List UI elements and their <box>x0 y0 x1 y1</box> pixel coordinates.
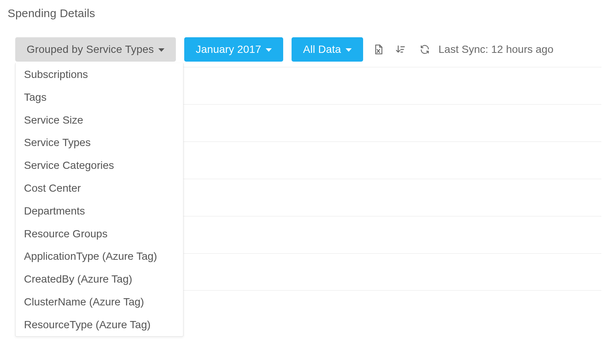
group-by-option[interactable]: CreatedBy (Azure Tag) <box>16 268 183 291</box>
group-by-dropdown: SubscriptionsTagsService SizeService Typ… <box>15 63 183 337</box>
group-by-option[interactable]: Service Types <box>16 131 183 154</box>
group-by-option[interactable]: Cost Center <box>16 177 183 200</box>
group-by-button[interactable]: Grouped by Service Types <box>15 37 176 62</box>
page-title: Spending Details <box>8 7 601 20</box>
scope-label: All Data <box>303 43 341 56</box>
caret-down-icon <box>266 48 272 52</box>
caret-down-icon <box>158 48 164 52</box>
group-by-option[interactable]: ClusterName (Azure Tag) <box>16 291 183 313</box>
refresh-icon[interactable] <box>418 43 432 56</box>
group-by-option[interactable]: Resource Groups <box>16 223 183 245</box>
group-by-option[interactable]: Tags <box>16 86 183 109</box>
sync-group: Last Sync: 12 hours ago <box>418 43 553 56</box>
period-button[interactable]: January 2017 <box>184 37 283 62</box>
toolbar: Grouped by Service Types January 2017 Al… <box>8 37 601 62</box>
group-by-option[interactable]: ResourceType (Azure Tag) <box>16 313 183 336</box>
group-by-option[interactable]: ApplicationType (Azure Tag) <box>16 245 183 268</box>
group-by-label: Grouped by Service Types <box>27 43 154 56</box>
group-by-option[interactable]: Subscriptions <box>16 63 183 86</box>
scope-button[interactable]: All Data <box>292 37 363 62</box>
export-excel-icon[interactable] <box>371 43 385 56</box>
sort-icon[interactable] <box>394 43 407 56</box>
caret-down-icon <box>346 48 352 52</box>
group-by-option[interactable]: Service Categories <box>16 154 183 177</box>
group-by-option[interactable]: Service Size <box>16 109 183 132</box>
period-label: January 2017 <box>196 43 261 56</box>
sync-label: Last Sync: 12 hours ago <box>438 43 553 56</box>
group-by-option[interactable]: Departments <box>16 200 183 223</box>
